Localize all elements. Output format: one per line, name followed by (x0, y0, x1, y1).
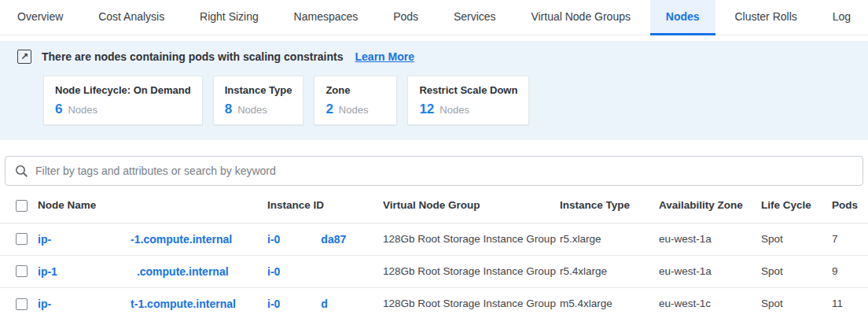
tab-right-sizing[interactable]: Right Sizing (184, 0, 274, 35)
virtual-node-group-cell: 128Gb Root Storage Instance Group (383, 287, 560, 318)
tab-namespaces[interactable]: Namespaces (278, 0, 374, 35)
constraint-summary-cards: Node Lifecycle: On Demand 6 Nodes Instan… (43, 76, 851, 125)
scale-up-icon: ↗ (17, 50, 31, 64)
pods-cell: 7 (832, 223, 868, 255)
card-unit: Nodes (339, 104, 369, 116)
card-title: Restrict Scale Down (419, 84, 517, 96)
card-count: 12 (419, 102, 434, 117)
nodes-table: Node Name Instance ID Virtual Node Group… (0, 188, 868, 318)
pods-cell: 11 (832, 287, 868, 318)
learn-more-link[interactable]: Learn More (355, 50, 414, 63)
availability-zone-cell: eu-west-1a (659, 223, 761, 255)
tab-bar: Overview Cost Analysis Right Sizing Name… (0, 0, 868, 35)
col-node-name: Node Name (38, 188, 267, 223)
table-row: ip-1.compute.internal i-0 128Gb Root Sto… (0, 255, 868, 287)
node-name-link[interactable]: t-1.compute.internal (131, 298, 236, 310)
instance-id-link[interactable]: d (321, 298, 328, 310)
node-name-link[interactable]: ip- (38, 233, 51, 246)
col-pods: Pods (832, 188, 868, 223)
row-checkbox[interactable] (16, 265, 28, 277)
card-title: Instance Type (225, 84, 292, 96)
tab-cost-analysis[interactable]: Cost Analysis (83, 0, 180, 35)
card-node-lifecycle-on-demand[interactable]: Node Lifecycle: On Demand 6 Nodes (43, 76, 203, 125)
virtual-node-group-cell: 128Gb Root Storage Instance Group (383, 255, 560, 287)
instance-id-link[interactable]: i-0 (267, 298, 280, 310)
life-cycle-cell: Spot (761, 223, 832, 255)
card-title: Node Lifecycle: On Demand (55, 84, 191, 96)
card-title: Zone (326, 84, 385, 96)
card-count: 6 (55, 102, 62, 117)
card-unit: Nodes (237, 104, 267, 116)
node-name-link[interactable]: ip-1 (38, 265, 57, 278)
node-name-link[interactable]: .compute.internal (137, 265, 229, 278)
row-checkbox[interactable] (16, 233, 28, 245)
tab-overview[interactable]: Overview (2, 0, 79, 35)
tab-services[interactable]: Services (438, 0, 512, 35)
card-count: 8 (225, 102, 232, 117)
col-availability-zone: Availability Zone (659, 188, 761, 223)
tab-log[interactable]: Log (817, 0, 866, 35)
card-zone[interactable]: Zone 2 Nodes (314, 76, 397, 125)
pods-cell: 9 (832, 255, 868, 287)
search-input[interactable] (35, 165, 853, 177)
tab-pods[interactable]: Pods (377, 0, 434, 35)
tab-virtual-node-groups[interactable]: Virtual Node Groups (515, 0, 646, 35)
col-life-cycle: Life Cycle (761, 188, 832, 223)
filter-bar (5, 156, 863, 186)
availability-zone-cell: eu-west-1a (659, 255, 761, 287)
instance-type-cell: m5.4xlarge (560, 287, 659, 318)
select-all-checkbox[interactable] (16, 200, 28, 212)
nodes-page: Overview Cost Analysis Right Sizing Name… (0, 0, 868, 318)
life-cycle-cell: Spot (761, 287, 832, 318)
col-instance-type: Instance Type (560, 188, 659, 223)
card-count: 2 (326, 102, 333, 117)
instance-type-cell: r5.xlarge (560, 223, 659, 255)
instance-id-link[interactable]: i-0 (267, 233, 280, 246)
tab-nodes[interactable]: Nodes (650, 0, 715, 35)
col-virtual-node-group: Virtual Node Group (383, 188, 560, 223)
instance-id-link[interactable]: i-0 (267, 265, 280, 278)
row-checkbox[interactable] (16, 298, 28, 310)
card-instance-type[interactable]: Instance Type 8 Nodes (213, 76, 304, 125)
instance-type-cell: r5.4xlarge (560, 255, 659, 287)
virtual-node-group-cell: 128Gb Root Storage Instance Group (383, 223, 560, 255)
search-icon (15, 165, 28, 178)
table-row: ip--1.compute.internal i-0da87 128Gb Roo… (0, 223, 868, 255)
card-unit: Nodes (68, 104, 97, 116)
node-name-link[interactable]: -1.compute.internal (131, 233, 232, 246)
table-row: ip-t-1.compute.internal i-0d 128Gb Root … (0, 287, 868, 318)
availability-zone-cell: eu-west-1c (659, 287, 761, 318)
node-name-link[interactable]: ip- (38, 298, 51, 310)
card-unit: Nodes (440, 104, 469, 116)
card-restrict-scale-down[interactable]: Restrict Scale Down 12 Nodes (407, 76, 529, 125)
instance-id-link[interactable]: da87 (321, 233, 346, 246)
table-header-row: Node Name Instance ID Virtual Node Group… (0, 188, 868, 223)
tab-cluster-rolls[interactable]: Cluster Rolls (719, 0, 812, 35)
scaling-constraints-banner: ↗ There are nodes containing pods with s… (0, 41, 868, 140)
banner-message: There are nodes containing pods with sca… (42, 50, 344, 63)
life-cycle-cell: Spot (761, 255, 832, 287)
col-instance-id: Instance ID (267, 188, 383, 223)
